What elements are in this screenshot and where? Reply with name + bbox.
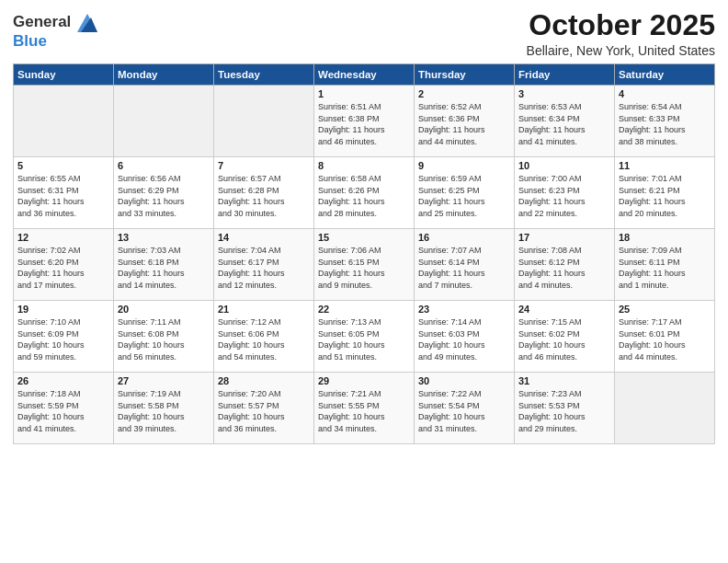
day-number: 12 bbox=[17, 232, 109, 243]
day-info: Sunrise: 7:22 AM Sunset: 5:54 PM Dayligh… bbox=[418, 388, 510, 434]
day-number: 14 bbox=[218, 232, 310, 243]
day-info: Sunrise: 7:10 AM Sunset: 6:09 PM Dayligh… bbox=[17, 316, 109, 362]
day-number: 3 bbox=[518, 88, 610, 99]
day-info: Sunrise: 7:06 AM Sunset: 6:15 PM Dayligh… bbox=[318, 245, 410, 291]
day-info: Sunrise: 7:21 AM Sunset: 5:55 PM Dayligh… bbox=[318, 388, 410, 434]
calendar-cell: 30Sunrise: 7:22 AM Sunset: 5:54 PM Dayli… bbox=[415, 373, 515, 444]
logo-text-area: General Blue bbox=[13, 13, 97, 50]
day-info: Sunrise: 7:11 AM Sunset: 6:08 PM Dayligh… bbox=[118, 316, 210, 362]
day-info: Sunrise: 7:08 AM Sunset: 6:12 PM Dayligh… bbox=[518, 245, 610, 291]
calendar-cell: 10Sunrise: 7:00 AM Sunset: 6:23 PM Dayli… bbox=[515, 157, 615, 229]
day-number: 20 bbox=[118, 304, 210, 315]
day-info: Sunrise: 6:56 AM Sunset: 6:29 PM Dayligh… bbox=[118, 173, 210, 219]
week-row-3: 19Sunrise: 7:10 AM Sunset: 6:09 PM Dayli… bbox=[14, 301, 715, 373]
calendar-cell bbox=[214, 86, 314, 157]
week-row-4: 26Sunrise: 7:18 AM Sunset: 5:59 PM Dayli… bbox=[14, 373, 715, 444]
day-info: Sunrise: 7:15 AM Sunset: 6:02 PM Dayligh… bbox=[518, 316, 610, 362]
header-saturday: Saturday bbox=[615, 64, 715, 86]
calendar-cell bbox=[14, 86, 114, 157]
day-number: 1 bbox=[318, 88, 410, 99]
day-number: 31 bbox=[518, 375, 610, 386]
day-number: 28 bbox=[218, 375, 310, 386]
calendar-cell: 28Sunrise: 7:20 AM Sunset: 5:57 PM Dayli… bbox=[214, 373, 314, 444]
header-tuesday: Tuesday bbox=[214, 64, 314, 86]
day-number: 30 bbox=[418, 375, 510, 386]
day-number: 6 bbox=[118, 160, 210, 171]
day-info: Sunrise: 7:01 AM Sunset: 6:21 PM Dayligh… bbox=[619, 173, 711, 219]
day-info: Sunrise: 7:14 AM Sunset: 6:03 PM Dayligh… bbox=[418, 316, 510, 362]
calendar-cell: 23Sunrise: 7:14 AM Sunset: 6:03 PM Dayli… bbox=[415, 301, 515, 373]
day-number: 15 bbox=[318, 232, 410, 243]
calendar-cell: 13Sunrise: 7:03 AM Sunset: 6:18 PM Dayli… bbox=[114, 229, 214, 301]
day-info: Sunrise: 6:55 AM Sunset: 6:31 PM Dayligh… bbox=[17, 173, 109, 219]
day-info: Sunrise: 7:23 AM Sunset: 5:53 PM Dayligh… bbox=[518, 388, 610, 434]
logo: General Blue bbox=[13, 13, 97, 50]
header-wednesday: Wednesday bbox=[314, 64, 415, 86]
logo-blue: Blue bbox=[13, 32, 97, 51]
calendar-cell: 4Sunrise: 6:54 AM Sunset: 6:33 PM Daylig… bbox=[615, 86, 715, 157]
week-row-1: 5Sunrise: 6:55 AM Sunset: 6:31 PM Daylig… bbox=[14, 157, 715, 229]
calendar-cell: 1Sunrise: 6:51 AM Sunset: 6:38 PM Daylig… bbox=[314, 86, 415, 157]
calendar-cell: 14Sunrise: 7:04 AM Sunset: 6:17 PM Dayli… bbox=[214, 229, 314, 301]
calendar-cell: 3Sunrise: 6:53 AM Sunset: 6:34 PM Daylig… bbox=[515, 86, 615, 157]
day-number: 4 bbox=[619, 88, 711, 99]
calendar-cell: 18Sunrise: 7:09 AM Sunset: 6:11 PM Dayli… bbox=[615, 229, 715, 301]
day-info: Sunrise: 7:17 AM Sunset: 6:01 PM Dayligh… bbox=[619, 316, 711, 362]
day-number: 17 bbox=[518, 232, 610, 243]
day-info: Sunrise: 6:53 AM Sunset: 6:34 PM Dayligh… bbox=[518, 101, 610, 147]
calendar-cell: 16Sunrise: 7:07 AM Sunset: 6:14 PM Dayli… bbox=[415, 229, 515, 301]
day-info: Sunrise: 7:09 AM Sunset: 6:11 PM Dayligh… bbox=[619, 245, 711, 291]
month-title: October 2025 bbox=[527, 9, 715, 41]
header-friday: Friday bbox=[515, 64, 615, 86]
day-info: Sunrise: 7:03 AM Sunset: 6:18 PM Dayligh… bbox=[118, 245, 210, 291]
calendar-cell: 15Sunrise: 7:06 AM Sunset: 6:15 PM Dayli… bbox=[314, 229, 415, 301]
calendar-table: SundayMondayTuesdayWednesdayThursdayFrid… bbox=[13, 63, 715, 444]
week-row-2: 12Sunrise: 7:02 AM Sunset: 6:20 PM Dayli… bbox=[14, 229, 715, 301]
header-thursday: Thursday bbox=[415, 64, 515, 86]
day-number: 26 bbox=[17, 375, 109, 386]
location-subtitle: Bellaire, New York, United States bbox=[527, 43, 715, 58]
calendar-cell: 21Sunrise: 7:12 AM Sunset: 6:06 PM Dayli… bbox=[214, 301, 314, 373]
title-area: October 2025 Bellaire, New York, United … bbox=[527, 9, 715, 58]
day-number: 21 bbox=[218, 304, 310, 315]
calendar-cell: 8Sunrise: 6:58 AM Sunset: 6:26 PM Daylig… bbox=[314, 157, 415, 229]
day-number: 16 bbox=[418, 232, 510, 243]
calendar-cell bbox=[615, 373, 715, 444]
calendar-cell bbox=[114, 86, 214, 157]
day-number: 18 bbox=[619, 232, 711, 243]
day-number: 23 bbox=[418, 304, 510, 315]
calendar-cell: 17Sunrise: 7:08 AM Sunset: 6:12 PM Dayli… bbox=[515, 229, 615, 301]
logo-icon bbox=[77, 14, 97, 32]
calendar-cell: 29Sunrise: 7:21 AM Sunset: 5:55 PM Dayli… bbox=[314, 373, 415, 444]
day-number: 8 bbox=[318, 160, 410, 171]
calendar-cell: 25Sunrise: 7:17 AM Sunset: 6:01 PM Dayli… bbox=[615, 301, 715, 373]
day-info: Sunrise: 7:07 AM Sunset: 6:14 PM Dayligh… bbox=[418, 245, 510, 291]
main-container: General Blue October 2025 Bellaire, New … bbox=[0, 0, 728, 563]
day-number: 5 bbox=[17, 160, 109, 171]
day-info: Sunrise: 6:57 AM Sunset: 6:28 PM Dayligh… bbox=[218, 173, 310, 219]
day-info: Sunrise: 7:12 AM Sunset: 6:06 PM Dayligh… bbox=[218, 316, 310, 362]
calendar-cell: 26Sunrise: 7:18 AM Sunset: 5:59 PM Dayli… bbox=[14, 373, 114, 444]
day-info: Sunrise: 7:04 AM Sunset: 6:17 PM Dayligh… bbox=[218, 245, 310, 291]
calendar-cell: 9Sunrise: 6:59 AM Sunset: 6:25 PM Daylig… bbox=[415, 157, 515, 229]
calendar-cell: 6Sunrise: 6:56 AM Sunset: 6:29 PM Daylig… bbox=[114, 157, 214, 229]
day-info: Sunrise: 7:19 AM Sunset: 5:58 PM Dayligh… bbox=[118, 388, 210, 434]
calendar-cell: 5Sunrise: 6:55 AM Sunset: 6:31 PM Daylig… bbox=[14, 157, 114, 229]
calendar-cell: 2Sunrise: 6:52 AM Sunset: 6:36 PM Daylig… bbox=[415, 86, 515, 157]
day-number: 11 bbox=[619, 160, 711, 171]
day-number: 10 bbox=[518, 160, 610, 171]
day-info: Sunrise: 6:51 AM Sunset: 6:38 PM Dayligh… bbox=[318, 101, 410, 147]
calendar-cell: 27Sunrise: 7:19 AM Sunset: 5:58 PM Dayli… bbox=[114, 373, 214, 444]
day-info: Sunrise: 7:18 AM Sunset: 5:59 PM Dayligh… bbox=[17, 388, 109, 434]
calendar-cell: 20Sunrise: 7:11 AM Sunset: 6:08 PM Dayli… bbox=[114, 301, 214, 373]
header-row: SundayMondayTuesdayWednesdayThursdayFrid… bbox=[14, 64, 715, 86]
day-number: 24 bbox=[518, 304, 610, 315]
day-number: 29 bbox=[318, 375, 410, 386]
day-info: Sunrise: 7:13 AM Sunset: 6:05 PM Dayligh… bbox=[318, 316, 410, 362]
day-number: 2 bbox=[418, 88, 510, 99]
header: General Blue October 2025 Bellaire, New … bbox=[13, 9, 715, 58]
day-number: 25 bbox=[619, 304, 711, 315]
day-number: 22 bbox=[318, 304, 410, 315]
calendar-cell: 19Sunrise: 7:10 AM Sunset: 6:09 PM Dayli… bbox=[14, 301, 114, 373]
calendar-cell: 12Sunrise: 7:02 AM Sunset: 6:20 PM Dayli… bbox=[14, 229, 114, 301]
